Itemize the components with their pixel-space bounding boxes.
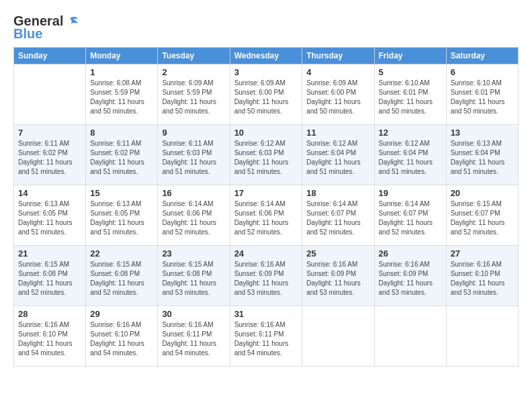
calendar-cell: 24Sunrise: 6:16 AMSunset: 6:09 PMDayligh… [230,246,302,306]
calendar-cell: 27Sunrise: 6:16 AMSunset: 6:10 PMDayligh… [446,246,518,306]
day-info: Sunrise: 6:12 AMSunset: 6:04 PMDaylight:… [379,139,442,177]
day-info: Sunrise: 6:16 AMSunset: 6:11 PMDaylight:… [234,320,298,358]
calendar-cell: 14Sunrise: 6:13 AMSunset: 6:05 PMDayligh… [14,185,86,246]
day-info: Sunrise: 6:15 AMSunset: 6:08 PMDaylight:… [90,260,153,298]
calendar-cell: 9Sunrise: 6:11 AMSunset: 6:03 PMDaylight… [158,125,230,185]
day-number: 26 [379,248,442,259]
day-number: 31 [234,309,298,319]
day-info: Sunrise: 6:11 AMSunset: 6:02 PMDaylight:… [18,139,81,177]
col-header-friday: Friday [374,48,446,64]
calendar-cell: 3Sunrise: 6:09 AMSunset: 6:00 PMDaylight… [230,64,302,125]
day-number: 19 [379,188,442,198]
day-info: Sunrise: 6:15 AMSunset: 6:08 PMDaylight:… [162,260,225,298]
day-info: Sunrise: 6:15 AMSunset: 6:07 PMDaylight:… [451,199,514,237]
day-number: 18 [306,188,369,198]
day-info: Sunrise: 6:16 AMSunset: 6:10 PMDaylight:… [18,320,81,358]
day-number: 11 [306,128,369,138]
day-info: Sunrise: 6:10 AMSunset: 6:01 PMDaylight:… [379,79,442,116]
day-number: 3 [234,67,298,77]
day-number: 25 [306,248,369,259]
day-number: 2 [162,67,225,77]
calendar-week-3: 21Sunrise: 6:15 AMSunset: 6:08 PMDayligh… [14,246,519,306]
calendar-cell: 5Sunrise: 6:10 AMSunset: 6:01 PMDaylight… [374,64,446,125]
header: General Blue [13,13,519,42]
col-header-monday: Monday [86,48,158,64]
day-number: 21 [18,248,81,259]
day-number: 8 [90,128,153,138]
day-number: 29 [90,309,153,319]
day-number: 10 [234,128,298,138]
calendar-cell: 21Sunrise: 6:15 AMSunset: 6:08 PMDayligh… [14,246,86,306]
day-info: Sunrise: 6:16 AMSunset: 6:10 PMDaylight:… [90,320,153,358]
calendar-cell: 23Sunrise: 6:15 AMSunset: 6:08 PMDayligh… [158,246,230,306]
day-info: Sunrise: 6:09 AMSunset: 5:59 PMDaylight:… [162,79,225,116]
calendar-cell: 12Sunrise: 6:12 AMSunset: 6:04 PMDayligh… [374,125,446,185]
col-header-wednesday: Wednesday [230,48,302,64]
calendar-cell: 31Sunrise: 6:16 AMSunset: 6:11 PMDayligh… [230,306,302,367]
calendar-cell: 16Sunrise: 6:14 AMSunset: 6:06 PMDayligh… [158,185,230,246]
day-info: Sunrise: 6:09 AMSunset: 6:00 PMDaylight:… [234,79,298,116]
day-info: Sunrise: 6:12 AMSunset: 6:04 PMDaylight:… [306,139,369,177]
day-number: 23 [162,248,225,259]
day-info: Sunrise: 6:08 AMSunset: 5:59 PMDaylight:… [90,79,153,116]
day-number: 27 [451,248,514,259]
day-info: Sunrise: 6:16 AMSunset: 6:10 PMDaylight:… [451,260,514,298]
day-info: Sunrise: 6:14 AMSunset: 6:07 PMDaylight:… [379,199,442,237]
day-number: 4 [306,67,369,77]
day-number: 20 [451,188,514,198]
day-number: 9 [162,128,225,138]
calendar-cell: 6Sunrise: 6:10 AMSunset: 6:01 PMDaylight… [446,64,518,125]
day-number: 5 [379,67,442,77]
calendar-cell: 26Sunrise: 6:16 AMSunset: 6:09 PMDayligh… [374,246,446,306]
calendar-cell: 18Sunrise: 6:14 AMSunset: 6:07 PMDayligh… [302,185,374,246]
day-number: 15 [90,188,153,198]
day-number: 16 [162,188,225,198]
calendar-cell: 15Sunrise: 6:13 AMSunset: 6:05 PMDayligh… [86,185,158,246]
day-number: 17 [234,188,298,198]
logo-blue: Blue [13,26,42,42]
day-number: 28 [18,309,81,319]
calendar-cell: 29Sunrise: 6:16 AMSunset: 6:10 PMDayligh… [86,306,158,367]
calendar-cell: 28Sunrise: 6:16 AMSunset: 6:10 PMDayligh… [14,306,86,367]
logo: General Blue [13,13,79,42]
calendar-cell: 4Sunrise: 6:09 AMSunset: 6:00 PMDaylight… [302,64,374,125]
day-info: Sunrise: 6:11 AMSunset: 6:02 PMDaylight:… [90,139,153,177]
day-info: Sunrise: 6:12 AMSunset: 6:03 PMDaylight:… [234,139,298,177]
day-info: Sunrise: 6:13 AMSunset: 6:04 PMDaylight:… [451,139,514,177]
calendar-cell: 30Sunrise: 6:16 AMSunset: 6:11 PMDayligh… [158,306,230,367]
day-number: 30 [162,309,225,319]
calendar-cell: 22Sunrise: 6:15 AMSunset: 6:08 PMDayligh… [86,246,158,306]
day-number: 14 [18,188,81,198]
day-number: 6 [451,67,514,77]
day-info: Sunrise: 6:14 AMSunset: 6:07 PMDaylight:… [306,199,369,237]
col-header-saturday: Saturday [446,48,518,64]
col-header-sunday: Sunday [14,48,86,64]
day-info: Sunrise: 6:10 AMSunset: 6:01 PMDaylight:… [451,79,514,116]
calendar-week-4: 28Sunrise: 6:16 AMSunset: 6:10 PMDayligh… [14,306,519,367]
day-info: Sunrise: 6:11 AMSunset: 6:03 PMDaylight:… [162,139,225,177]
day-number: 12 [379,128,442,138]
day-info: Sunrise: 6:14 AMSunset: 6:06 PMDaylight:… [234,199,298,237]
calendar-cell: 1Sunrise: 6:08 AMSunset: 5:59 PMDaylight… [86,64,158,125]
calendar-cell [374,306,446,367]
calendar-cell: 13Sunrise: 6:13 AMSunset: 6:04 PMDayligh… [446,125,518,185]
calendar-cell: 10Sunrise: 6:12 AMSunset: 6:03 PMDayligh… [230,125,302,185]
day-info: Sunrise: 6:16 AMSunset: 6:09 PMDaylight:… [306,260,369,298]
calendar-cell: 19Sunrise: 6:14 AMSunset: 6:07 PMDayligh… [374,185,446,246]
day-info: Sunrise: 6:16 AMSunset: 6:09 PMDaylight:… [234,260,298,298]
day-number: 7 [18,128,81,138]
calendar-cell: 11Sunrise: 6:12 AMSunset: 6:04 PMDayligh… [302,125,374,185]
calendar-cell [446,306,518,367]
calendar-week-2: 14Sunrise: 6:13 AMSunset: 6:05 PMDayligh… [14,185,519,246]
day-info: Sunrise: 6:13 AMSunset: 6:05 PMDaylight:… [90,199,153,237]
calendar-cell: 17Sunrise: 6:14 AMSunset: 6:06 PMDayligh… [230,185,302,246]
calendar-week-1: 7Sunrise: 6:11 AMSunset: 6:02 PMDaylight… [14,125,519,185]
calendar-table: SundayMondayTuesdayWednesdayThursdayFrid… [13,47,519,367]
day-info: Sunrise: 6:16 AMSunset: 6:09 PMDaylight:… [379,260,442,298]
col-header-tuesday: Tuesday [158,48,230,64]
day-info: Sunrise: 6:14 AMSunset: 6:06 PMDaylight:… [162,199,225,237]
calendar-cell [14,64,86,125]
calendar-cell: 7Sunrise: 6:11 AMSunset: 6:02 PMDaylight… [14,125,86,185]
col-header-thursday: Thursday [302,48,374,64]
calendar-cell: 2Sunrise: 6:09 AMSunset: 5:59 PMDaylight… [158,64,230,125]
